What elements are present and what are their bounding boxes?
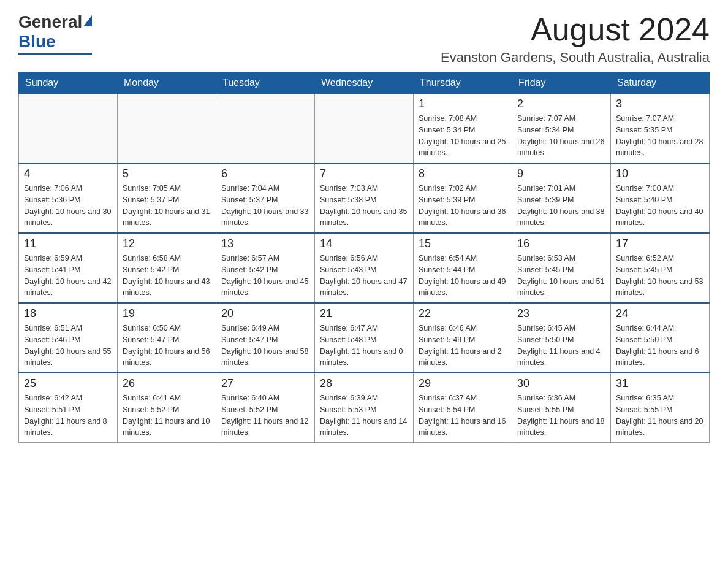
day-info: Sunrise: 6:39 AMSunset: 5:53 PMDaylight:… bbox=[320, 393, 408, 439]
day-number: 9 bbox=[517, 167, 605, 180]
logo: General Blue bbox=[18, 12, 92, 55]
day-number: 17 bbox=[616, 237, 704, 250]
day-number: 7 bbox=[320, 167, 408, 180]
day-info: Sunrise: 7:07 AMSunset: 5:35 PMDaylight:… bbox=[616, 113, 704, 159]
day-info: Sunrise: 6:45 AMSunset: 5:50 PMDaylight:… bbox=[517, 323, 605, 369]
calendar-cell: 4Sunrise: 7:06 AMSunset: 5:36 PMDaylight… bbox=[19, 163, 118, 233]
week-row-3: 11Sunrise: 6:59 AMSunset: 5:41 PMDayligh… bbox=[19, 233, 710, 303]
day-info: Sunrise: 6:54 AMSunset: 5:44 PMDaylight:… bbox=[419, 253, 507, 299]
calendar-cell: 8Sunrise: 7:02 AMSunset: 5:39 PMDaylight… bbox=[414, 163, 512, 233]
day-info: Sunrise: 6:59 AMSunset: 5:41 PMDaylight:… bbox=[24, 253, 112, 299]
calendar-cell: 19Sunrise: 6:50 AMSunset: 5:47 PMDayligh… bbox=[118, 303, 216, 373]
days-header-row: SundayMondayTuesdayWednesdayThursdayFrid… bbox=[19, 72, 710, 94]
calendar-cell: 27Sunrise: 6:40 AMSunset: 5:52 PMDayligh… bbox=[216, 373, 315, 443]
logo-general: General bbox=[18, 12, 82, 32]
day-number: 8 bbox=[419, 167, 507, 180]
calendar-cell: 31Sunrise: 6:35 AMSunset: 5:55 PMDayligh… bbox=[611, 373, 710, 443]
calendar-cell: 15Sunrise: 6:54 AMSunset: 5:44 PMDayligh… bbox=[414, 233, 512, 303]
logo-triangle-icon bbox=[83, 15, 92, 26]
day-header-thursday: Thursday bbox=[414, 72, 512, 94]
week-row-5: 25Sunrise: 6:42 AMSunset: 5:51 PMDayligh… bbox=[19, 373, 710, 443]
day-number: 21 bbox=[320, 307, 408, 320]
day-header-friday: Friday bbox=[512, 72, 611, 94]
day-number: 26 bbox=[123, 377, 211, 390]
calendar-cell: 17Sunrise: 6:52 AMSunset: 5:45 PMDayligh… bbox=[611, 233, 710, 303]
day-number: 22 bbox=[419, 307, 507, 320]
day-info: Sunrise: 7:06 AMSunset: 5:36 PMDaylight:… bbox=[24, 183, 112, 229]
title-area: August 2024 Evanston Gardens, South Aust… bbox=[441, 12, 710, 66]
day-header-sunday: Sunday bbox=[19, 72, 118, 94]
calendar-cell: 26Sunrise: 6:41 AMSunset: 5:52 PMDayligh… bbox=[118, 373, 216, 443]
week-row-1: 1Sunrise: 7:08 AMSunset: 5:34 PMDaylight… bbox=[19, 94, 710, 164]
day-number: 24 bbox=[616, 307, 704, 320]
day-number: 14 bbox=[320, 237, 408, 250]
day-info: Sunrise: 6:51 AMSunset: 5:46 PMDaylight:… bbox=[24, 323, 112, 369]
day-number: 30 bbox=[517, 377, 605, 390]
month-title: August 2024 bbox=[441, 12, 710, 47]
calendar-cell bbox=[315, 94, 414, 164]
logo-blue: Blue bbox=[18, 32, 56, 52]
day-number: 6 bbox=[221, 167, 309, 180]
day-number: 18 bbox=[24, 307, 112, 320]
day-info: Sunrise: 7:01 AMSunset: 5:39 PMDaylight:… bbox=[517, 183, 605, 229]
day-info: Sunrise: 6:41 AMSunset: 5:52 PMDaylight:… bbox=[123, 393, 211, 439]
day-info: Sunrise: 6:44 AMSunset: 5:50 PMDaylight:… bbox=[616, 323, 704, 369]
day-number: 25 bbox=[24, 377, 112, 390]
calendar-cell: 12Sunrise: 6:58 AMSunset: 5:42 PMDayligh… bbox=[118, 233, 216, 303]
calendar-cell: 16Sunrise: 6:53 AMSunset: 5:45 PMDayligh… bbox=[512, 233, 611, 303]
day-header-tuesday: Tuesday bbox=[216, 72, 315, 94]
day-info: Sunrise: 6:49 AMSunset: 5:47 PMDaylight:… bbox=[221, 323, 309, 369]
day-info: Sunrise: 6:58 AMSunset: 5:42 PMDaylight:… bbox=[123, 253, 211, 299]
day-number: 3 bbox=[616, 98, 704, 110]
calendar-cell: 9Sunrise: 7:01 AMSunset: 5:39 PMDaylight… bbox=[512, 163, 611, 233]
calendar-cell: 30Sunrise: 6:36 AMSunset: 5:55 PMDayligh… bbox=[512, 373, 611, 443]
day-header-monday: Monday bbox=[118, 72, 216, 94]
calendar-cell: 25Sunrise: 6:42 AMSunset: 5:51 PMDayligh… bbox=[19, 373, 118, 443]
calendar-cell: 13Sunrise: 6:57 AMSunset: 5:42 PMDayligh… bbox=[216, 233, 315, 303]
day-header-saturday: Saturday bbox=[611, 72, 710, 94]
logo-underline bbox=[18, 53, 92, 55]
day-number: 11 bbox=[24, 237, 112, 250]
day-info: Sunrise: 7:07 AMSunset: 5:34 PMDaylight:… bbox=[517, 113, 605, 159]
day-info: Sunrise: 6:40 AMSunset: 5:52 PMDaylight:… bbox=[221, 393, 309, 439]
calendar-cell: 3Sunrise: 7:07 AMSunset: 5:35 PMDaylight… bbox=[611, 94, 710, 164]
day-info: Sunrise: 6:42 AMSunset: 5:51 PMDaylight:… bbox=[24, 393, 112, 439]
day-info: Sunrise: 7:04 AMSunset: 5:37 PMDaylight:… bbox=[221, 183, 309, 229]
day-number: 20 bbox=[221, 307, 309, 320]
calendar-cell: 20Sunrise: 6:49 AMSunset: 5:47 PMDayligh… bbox=[216, 303, 315, 373]
calendar-table: SundayMondayTuesdayWednesdayThursdayFrid… bbox=[18, 72, 710, 443]
day-info: Sunrise: 6:56 AMSunset: 5:43 PMDaylight:… bbox=[320, 253, 408, 299]
page-header: General Blue August 2024 Evanston Garden… bbox=[18, 12, 710, 66]
calendar-cell: 24Sunrise: 6:44 AMSunset: 5:50 PMDayligh… bbox=[611, 303, 710, 373]
day-info: Sunrise: 6:37 AMSunset: 5:54 PMDaylight:… bbox=[419, 393, 507, 439]
calendar-cell: 7Sunrise: 7:03 AMSunset: 5:38 PMDaylight… bbox=[315, 163, 414, 233]
day-number: 10 bbox=[616, 167, 704, 180]
calendar-cell bbox=[216, 94, 315, 164]
day-header-wednesday: Wednesday bbox=[315, 72, 414, 94]
week-row-2: 4Sunrise: 7:06 AMSunset: 5:36 PMDaylight… bbox=[19, 163, 710, 233]
calendar-cell: 22Sunrise: 6:46 AMSunset: 5:49 PMDayligh… bbox=[414, 303, 512, 373]
day-info: Sunrise: 6:47 AMSunset: 5:48 PMDaylight:… bbox=[320, 323, 408, 369]
calendar-cell: 29Sunrise: 6:37 AMSunset: 5:54 PMDayligh… bbox=[414, 373, 512, 443]
day-number: 1 bbox=[419, 98, 507, 110]
calendar-cell: 18Sunrise: 6:51 AMSunset: 5:46 PMDayligh… bbox=[19, 303, 118, 373]
day-number: 2 bbox=[517, 98, 605, 110]
day-number: 5 bbox=[123, 167, 211, 180]
week-row-4: 18Sunrise: 6:51 AMSunset: 5:46 PMDayligh… bbox=[19, 303, 710, 373]
calendar-cell: 28Sunrise: 6:39 AMSunset: 5:53 PMDayligh… bbox=[315, 373, 414, 443]
calendar-cell bbox=[118, 94, 216, 164]
day-number: 13 bbox=[221, 237, 309, 250]
day-info: Sunrise: 6:53 AMSunset: 5:45 PMDaylight:… bbox=[517, 253, 605, 299]
day-info: Sunrise: 6:50 AMSunset: 5:47 PMDaylight:… bbox=[123, 323, 211, 369]
day-number: 15 bbox=[419, 237, 507, 250]
day-info: Sunrise: 7:05 AMSunset: 5:37 PMDaylight:… bbox=[123, 183, 211, 229]
day-number: 16 bbox=[517, 237, 605, 250]
day-number: 4 bbox=[24, 167, 112, 180]
day-info: Sunrise: 6:35 AMSunset: 5:55 PMDaylight:… bbox=[616, 393, 704, 439]
day-info: Sunrise: 7:02 AMSunset: 5:39 PMDaylight:… bbox=[419, 183, 507, 229]
day-number: 19 bbox=[123, 307, 211, 320]
day-info: Sunrise: 7:00 AMSunset: 5:40 PMDaylight:… bbox=[616, 183, 704, 229]
calendar-cell: 23Sunrise: 6:45 AMSunset: 5:50 PMDayligh… bbox=[512, 303, 611, 373]
day-number: 29 bbox=[419, 377, 507, 390]
calendar-cell: 21Sunrise: 6:47 AMSunset: 5:48 PMDayligh… bbox=[315, 303, 414, 373]
